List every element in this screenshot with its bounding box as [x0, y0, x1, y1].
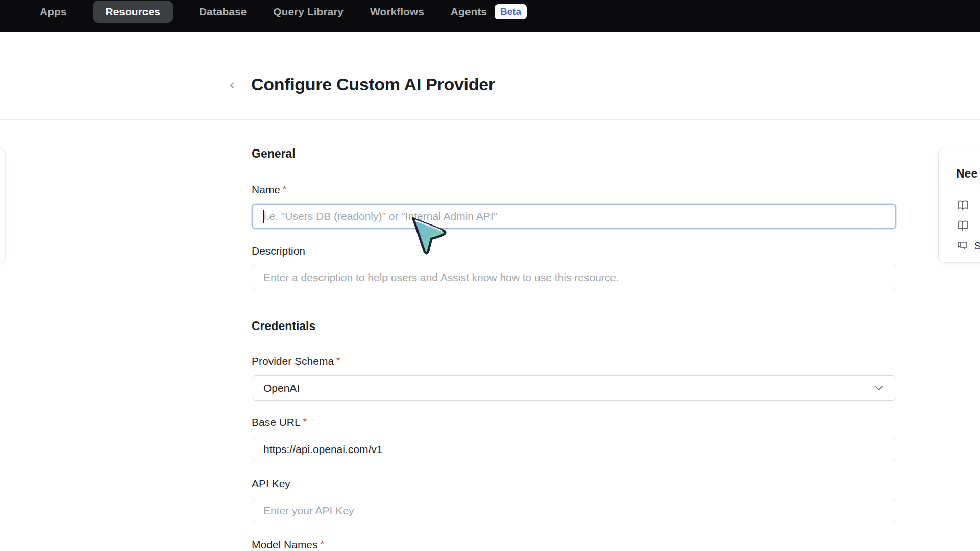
api-key-input[interactable]: [252, 498, 896, 523]
chevron-down-icon: [873, 383, 885, 394]
help-link-label: S: [974, 240, 980, 252]
model-names-label: Model Names*: [252, 539, 324, 551]
section-heading-general: General: [252, 147, 296, 161]
nav-item-resources[interactable]: Resources: [93, 1, 173, 23]
description-input[interactable]: [252, 265, 896, 290]
book-open-icon: [956, 219, 969, 232]
provider-schema-value: OpenAI: [263, 382, 300, 394]
required-asterisk: *: [321, 539, 324, 549]
nav-item-query-library[interactable]: Query Library: [273, 6, 344, 18]
provider-schema-label: Provider Schema*: [252, 355, 340, 367]
help-panel: Nee S: [938, 148, 980, 263]
help-panel-heading: Nee: [956, 167, 980, 181]
page-title: Configure Custom AI Provider: [251, 74, 495, 94]
nav-item-agents[interactable]: Agents Beta: [451, 4, 527, 20]
nav-item-workflows[interactable]: Workflows: [370, 6, 424, 18]
chevron-left-icon: ‹: [230, 76, 235, 92]
header-divider: [0, 119, 980, 120]
help-link-support[interactable]: S: [956, 236, 980, 256]
description-label: Description: [252, 245, 305, 257]
text-caret: [263, 210, 264, 223]
nav-item-apps[interactable]: Apps: [40, 6, 67, 18]
back-button[interactable]: ‹: [230, 77, 235, 92]
provider-schema-select[interactable]: OpenAI: [252, 375, 896, 401]
nav-item-database[interactable]: Database: [199, 6, 247, 18]
base-url-input[interactable]: [252, 437, 896, 462]
nav-item-agents-label: Agents: [451, 6, 487, 18]
name-label: Name*: [252, 184, 286, 196]
help-link-docs-2[interactable]: [956, 215, 980, 236]
required-asterisk: *: [283, 184, 286, 194]
required-asterisk: *: [336, 355, 340, 366]
name-input[interactable]: [252, 204, 896, 229]
api-key-label: API Key: [252, 478, 290, 490]
beta-badge: Beta: [495, 4, 527, 20]
help-link-docs-1[interactable]: [956, 195, 980, 215]
left-panel-edge: [0, 148, 6, 263]
base-url-label: Base URL*: [252, 416, 307, 429]
book-open-icon: [956, 198, 969, 212]
top-nav-bar: Apps Resources Database Query Library Wo…: [0, 0, 980, 32]
nav-items: Apps Resources Database Query Library Wo…: [40, 0, 527, 23]
chat-bubbles-icon: [956, 240, 968, 252]
section-heading-credentials: Credentials: [252, 319, 315, 333]
required-asterisk: *: [303, 416, 307, 427]
